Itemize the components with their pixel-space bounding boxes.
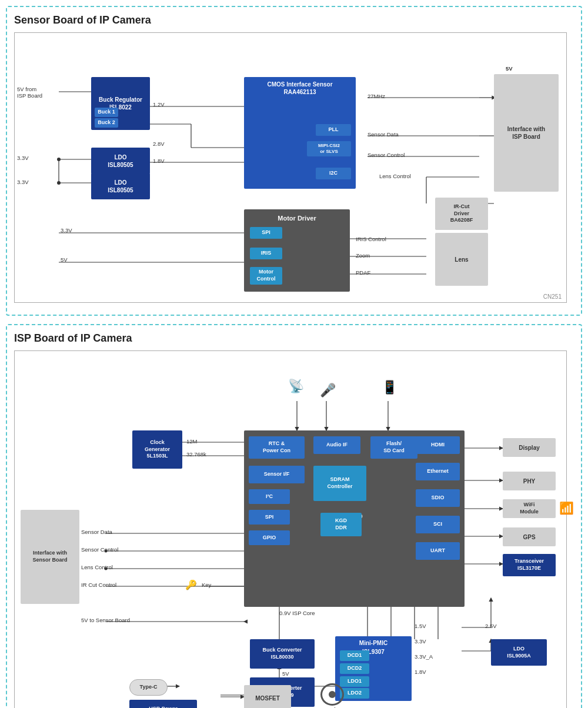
sdio-sub: SDIO xyxy=(416,489,460,507)
label-5v-sensor-board: 5V to Sensor Board xyxy=(81,617,130,623)
label-27mhz: 27MHz xyxy=(368,93,385,99)
rtc-sub: RTC &Power Con xyxy=(249,436,305,459)
label-1v8-isp: 1.8V xyxy=(415,669,426,675)
block-sensor-interface: Interface withSensor Board xyxy=(21,510,79,604)
i2c-sub: I2C xyxy=(316,168,351,179)
label-5v-top: 5V xyxy=(506,65,513,72)
wifi-signal-icon: 📶 xyxy=(559,501,574,515)
dcd2-sub: DCD2 xyxy=(340,663,369,674)
motor-ctrl-sub: MotorControl xyxy=(250,267,282,285)
label-3v3a: 3.3V_A xyxy=(415,653,433,660)
audio-if-sub: Audio IF xyxy=(313,436,360,454)
block-buck-isl80030: Buck ConverterISL80030 xyxy=(250,639,315,669)
hdmi-sub: HDMI xyxy=(416,436,460,454)
label-5v-from-isp: 5V fromISP Board xyxy=(17,86,42,99)
label-5v-motor: 5V xyxy=(61,256,68,263)
label-isp-ir-cut: IR Cut Control xyxy=(81,582,116,588)
sensor-board-diagram: 5V fromISP Board Buck Regulator ISL8022 … xyxy=(14,32,567,303)
pll-sub: PLL xyxy=(316,124,351,136)
label-1v2: 1.2V xyxy=(153,101,165,108)
block-usb-pd: USB PowerDelivery ControllerR9A02G011 xyxy=(129,700,197,708)
label-isp-sensor-ctrl: Sensor Control xyxy=(81,546,118,553)
label-3v3-isp: 3.3V xyxy=(415,638,426,644)
block-dcjack: DC-Jack 12V xyxy=(315,683,350,708)
block-ldo-isl9005: LDOISL9005A xyxy=(491,639,547,666)
display-icon: 📱 xyxy=(375,373,404,402)
block-motor-driver: Motor Driver SPI IRIS MotorControl xyxy=(244,209,350,292)
sci-sub: SCI xyxy=(416,516,460,533)
label-1v5: 1.5V xyxy=(415,623,426,629)
label-sensor-ctrl: Sensor Control xyxy=(368,152,405,158)
kgd-sub: KGDDDR xyxy=(320,513,362,536)
block-typec: Type-C xyxy=(129,679,168,696)
sensor-if-sub: Sensor I/F xyxy=(249,466,305,483)
label-pdaf: PDAF xyxy=(356,269,370,276)
uart-sub: UART xyxy=(416,542,460,560)
sensor-board-section: Sensor Board of IP Camera xyxy=(6,6,582,316)
spi-sub: SPI xyxy=(250,227,282,239)
label-sensor-data: Sensor Data xyxy=(368,131,399,138)
block-wifi: WiFiModule xyxy=(503,499,556,518)
block-cmos-sensor: CMOS Interface SensorRAA462113 PLL MIPI-… xyxy=(244,77,356,189)
block-isp-main: ISP RTC &Power Con Sensor I/F I²C SPI GP… xyxy=(244,430,465,607)
block-lens: Lens xyxy=(435,233,488,286)
label-2v5: 2.5V xyxy=(485,623,497,629)
buck2-sub: Buck 2 xyxy=(95,118,118,128)
label-12m: 12M xyxy=(186,438,197,445)
block-buck-regulator: Buck Regulator ISL8022 Buck 1 Buck 2 xyxy=(91,77,150,130)
cn251-label: CN251 xyxy=(543,293,562,300)
label-3v3-1: 3.3V xyxy=(17,155,29,161)
isp-board-diagram: ClockGenerator5L1503L 12M 32.768k 📡 🎤 📱 … xyxy=(14,350,567,708)
block-transceiver: TransceiverISL3170E xyxy=(503,554,556,576)
isp-board-title: ISP Board of IP Camera xyxy=(14,332,574,345)
label-isp-lens-ctrl: Lens Control xyxy=(81,564,113,570)
label-zoom: Zoom xyxy=(356,252,370,259)
label-32k: 32.768k xyxy=(186,451,206,457)
label-3v3-2: 3.3V xyxy=(17,179,29,185)
label-iris-ctrl: IRIS Control xyxy=(356,236,386,242)
label-isp-core: 0.9V ISP Core xyxy=(279,610,315,616)
label-isp-sensor-data: Sensor Data xyxy=(81,529,112,535)
label-3v3-motor: 3.3V xyxy=(61,227,72,233)
label-5v-bucks: 5V xyxy=(282,670,289,677)
block-mosfet: MOSFET xyxy=(244,685,291,708)
label-2v8: 2.8V xyxy=(153,141,165,147)
block-ldo2: LDO ISL80505 xyxy=(91,173,150,199)
label-lens-ctrl: Lens Control xyxy=(379,173,411,179)
block-phy: PHY xyxy=(503,472,556,490)
gpio-isp-sub: GPIO xyxy=(249,530,290,545)
microphone-icon: 🎤 xyxy=(315,376,341,405)
flash-sub: Flash/SD Card xyxy=(370,436,417,459)
block-ldo1: LDO ISL80505 xyxy=(91,148,150,174)
wifi-antenna-icon: 📡 xyxy=(283,372,309,401)
isp-board-section: ISP Board of IP Camera xyxy=(6,324,582,708)
block-clock-gen: ClockGenerator5L1503L xyxy=(132,430,182,469)
iris-sub: IRIS xyxy=(250,248,282,259)
svg-point-21 xyxy=(57,158,61,161)
sdram-sub: SDRAMController xyxy=(313,466,366,501)
mipi-sub: MIPI-CSI2or SLVS xyxy=(307,141,351,156)
key-icon: 🔑 xyxy=(185,579,197,590)
block-gps: GPS xyxy=(503,527,556,546)
block-display: Display xyxy=(503,438,556,457)
svg-point-22 xyxy=(57,181,61,185)
sensor-board-title: Sensor Board of IP Camera xyxy=(14,14,574,26)
dcd1-sub: DCD1 xyxy=(340,650,369,661)
spi-isp-sub: SPI xyxy=(249,510,290,525)
block-ircut: IR-CutDriverBA6208F xyxy=(435,198,488,230)
block-isp-interface: Interface withISP Board xyxy=(494,74,559,192)
i2c-isp-sub: I²C xyxy=(249,489,290,504)
label-1v8: 1.8V xyxy=(153,158,165,164)
label-key: Key xyxy=(202,582,211,588)
buck1-sub: Buck 1 xyxy=(95,108,118,117)
ethernet-sub: Ethernet xyxy=(416,463,460,480)
